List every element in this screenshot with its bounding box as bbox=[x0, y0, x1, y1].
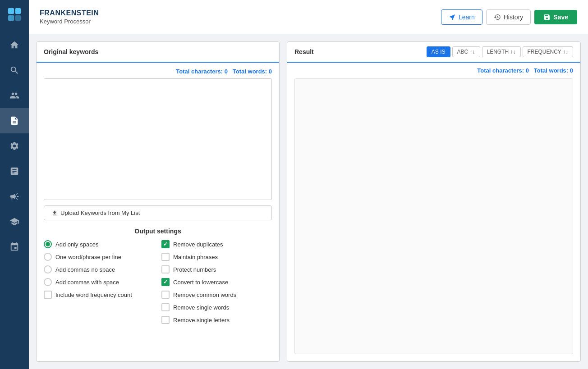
total-chars-label: Total characters: bbox=[176, 68, 223, 75]
setting-remove-single-letters[interactable]: Remove single letters bbox=[161, 316, 272, 324]
sidebar-item-home[interactable] bbox=[0, 32, 29, 58]
content-area: Original keywords Total characters: 0 To… bbox=[29, 34, 588, 369]
sidebar-item-keyword-processor[interactable] bbox=[0, 108, 29, 133]
result-total-chars-value: 0 bbox=[526, 67, 529, 74]
sort-as-is[interactable]: AS IS bbox=[427, 46, 450, 57]
sidebar-item-campaigns[interactable] bbox=[0, 184, 29, 209]
header-title-group: FRANKENSTEIN Keyword Processor bbox=[40, 9, 99, 25]
checkbox-maintain-phrases[interactable] bbox=[161, 253, 170, 261]
sort-length[interactable]: LENGTH ↑↓ bbox=[482, 46, 521, 57]
sidebar-item-search[interactable] bbox=[0, 58, 29, 83]
radio-one-word-per-line[interactable] bbox=[44, 253, 52, 261]
checkbox-protect-numbers[interactable] bbox=[161, 265, 170, 273]
checkbox-convert-lowercase[interactable] bbox=[161, 278, 170, 286]
radio-add-commas-with-space[interactable] bbox=[44, 278, 52, 286]
result-header: Result AS IS ABC ↑↓ LENGTH ↑↓ FREQUENCY … bbox=[287, 42, 580, 63]
page-header: FRANKENSTEIN Keyword Processor Learn His… bbox=[29, 0, 588, 34]
setting-remove-duplicates[interactable]: Remove duplicates bbox=[161, 240, 272, 248]
radio-add-only-spaces[interactable] bbox=[44, 240, 52, 248]
result-total-chars-label: Total characters: bbox=[477, 67, 524, 74]
panel-body: Total characters: 0 Total words: 0 Uploa… bbox=[37, 63, 279, 361]
setting-protect-numbers[interactable]: Protect numbers bbox=[161, 265, 272, 273]
sidebar bbox=[0, 0, 29, 369]
header-actions: Learn History Save bbox=[441, 9, 577, 25]
sidebar-nav bbox=[0, 29, 29, 369]
main-content: FRANKENSTEIN Keyword Processor Learn His… bbox=[29, 0, 588, 369]
learn-button[interactable]: Learn bbox=[441, 9, 482, 25]
setting-remove-common-words[interactable]: Remove common words bbox=[161, 291, 272, 299]
keyword-input[interactable] bbox=[44, 78, 272, 200]
result-label: Result bbox=[294, 48, 314, 55]
input-stats: Total characters: 0 Total words: 0 bbox=[44, 68, 272, 75]
result-total-words-label: Total words: bbox=[534, 67, 568, 74]
setting-add-commas-with-space[interactable]: Add commas with space bbox=[44, 278, 154, 286]
setting-add-commas-no-space[interactable]: Add commas no space bbox=[44, 265, 154, 273]
sort-buttons: AS IS ABC ↑↓ LENGTH ↑↓ FREQUENCY ↑↓ bbox=[427, 46, 573, 57]
settings-grid: Add only spaces Remove duplicates One wo… bbox=[44, 240, 272, 324]
sort-abc[interactable]: ABC ↑↓ bbox=[452, 46, 480, 57]
checkbox-include-word-frequency[interactable] bbox=[44, 291, 52, 299]
app-subtitle: Keyword Processor bbox=[40, 18, 99, 25]
upload-button-label: Upload Keywords from My List bbox=[60, 210, 140, 216]
setting-remove-single-words[interactable]: Remove single words bbox=[161, 303, 272, 311]
result-area bbox=[294, 78, 573, 354]
setting-maintain-phrases[interactable]: Maintain phrases bbox=[161, 253, 272, 261]
setting-include-word-frequency[interactable]: Include word frequency count bbox=[44, 291, 154, 299]
sidebar-item-users[interactable] bbox=[0, 83, 29, 108]
app-logo[interactable] bbox=[0, 0, 29, 29]
checkbox-remove-common-words[interactable] bbox=[161, 291, 170, 299]
left-panel: Original keywords Total characters: 0 To… bbox=[36, 41, 280, 362]
sidebar-item-pin[interactable] bbox=[0, 234, 29, 260]
result-stats: Total characters: 0 Total words: 0 bbox=[287, 63, 580, 78]
sidebar-item-analytics[interactable] bbox=[0, 159, 29, 184]
total-chars-value: 0 bbox=[225, 68, 228, 75]
sort-frequency[interactable]: FREQUENCY ↑↓ bbox=[523, 46, 573, 57]
radio-add-commas-no-space[interactable] bbox=[44, 265, 52, 273]
sidebar-item-education[interactable] bbox=[0, 209, 29, 234]
checkbox-remove-single-words[interactable] bbox=[161, 303, 170, 311]
right-panel: Result AS IS ABC ↑↓ LENGTH ↑↓ FREQUENCY … bbox=[287, 41, 581, 362]
setting-add-only-spaces[interactable]: Add only spaces bbox=[44, 240, 154, 248]
output-settings-title: Output settings bbox=[44, 228, 272, 235]
setting-convert-lowercase[interactable]: Convert to lowercase bbox=[161, 278, 272, 286]
result-total-words-value: 0 bbox=[570, 67, 573, 74]
upload-keywords-button[interactable]: Upload Keywords from My List bbox=[44, 205, 272, 220]
output-settings: Output settings Add only spaces Remove d… bbox=[44, 228, 272, 324]
checkbox-remove-duplicates[interactable] bbox=[161, 240, 170, 248]
history-button[interactable]: History bbox=[486, 9, 531, 25]
save-button[interactable]: Save bbox=[534, 10, 577, 24]
sidebar-item-settings[interactable] bbox=[0, 133, 29, 159]
setting-one-word-per-line[interactable]: One word/phrase per line bbox=[44, 253, 154, 261]
app-name: FRANKENSTEIN bbox=[40, 9, 99, 17]
total-words-label: Total words: bbox=[233, 68, 267, 75]
original-keywords-header: Original keywords bbox=[37, 42, 279, 63]
total-words-value: 0 bbox=[269, 68, 272, 75]
checkbox-remove-single-letters[interactable] bbox=[161, 316, 170, 324]
